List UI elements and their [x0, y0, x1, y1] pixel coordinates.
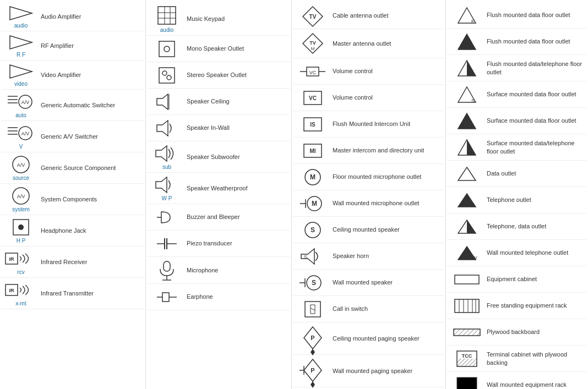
list-item: S Speaker horn: [293, 243, 444, 270]
list-item: S Surface mounted data floor outlet: [447, 81, 587, 108]
svg-text:S: S: [471, 124, 475, 130]
list-item: Wall mounted equipment rack: [447, 372, 587, 389]
svg-rect-126: [457, 377, 477, 390]
svg-text:S: S: [471, 98, 475, 103]
svg-point-32: [167, 75, 171, 80]
list-item: F Flush mounted data floor outlet: [447, 2, 587, 29]
svg-marker-107: [458, 194, 476, 207]
column-4: F Flush mounted data floor outlet F Flus…: [446, 0, 588, 389]
svg-point-31: [162, 71, 167, 75]
list-item: Call in switch: [293, 296, 444, 322]
svg-text:TV: TV: [309, 14, 317, 20]
list-item: M Floor mounted microphone outlet: [293, 164, 444, 190]
list-item: IS Flush Mounted Intercom Unit: [293, 111, 444, 138]
list-item: W P Speaker Weatherproof: [147, 173, 290, 204]
list-item: S Surface mounted data floor outlet: [447, 108, 587, 134]
list-item: audio Music Keypad: [147, 2, 290, 36]
column-3: TV Cable antenna outlet TV M Master ante…: [292, 0, 446, 389]
svg-text:S: S: [471, 151, 475, 156]
svg-text:F: F: [471, 72, 475, 77]
svg-rect-123: [457, 359, 477, 366]
svg-marker-36: [156, 146, 167, 161]
svg-rect-119: [454, 329, 480, 336]
list-item: S Ceiling mounted speaker: [293, 217, 444, 243]
svg-text:A/V: A/V: [21, 100, 30, 105]
svg-rect-30: [159, 68, 175, 83]
list-item: audio Audio Amplifier: [1, 2, 144, 31]
list-item: MI Master intercom and directory unit: [293, 138, 444, 164]
list-item: P Ceiling mounted paging speaker: [293, 322, 444, 355]
svg-marker-37: [156, 177, 167, 193]
list-item: VC Volume control: [293, 85, 444, 111]
list-item: Speaker In-Wall: [147, 115, 290, 141]
svg-rect-47: [162, 293, 169, 302]
svg-text:A/V: A/V: [17, 194, 25, 199]
list-item: Plywood backboard: [447, 319, 587, 346]
list-item: video Video Amplifier: [1, 61, 144, 90]
svg-text:S: S: [312, 279, 316, 287]
svg-marker-2: [10, 65, 32, 78]
list-item: Microphone: [147, 257, 290, 284]
svg-rect-23: [158, 7, 176, 24]
list-item: Piezo transducer: [147, 231, 290, 257]
svg-text:TV: TV: [309, 40, 316, 46]
list-item: S Surface mounted data/telephone floor o…: [447, 134, 587, 161]
list-item: sub Speaker Subwoofer: [147, 141, 290, 173]
column-1: audio Audio Amplifier R F RF Amplifier: [0, 0, 146, 389]
svg-rect-112: [455, 275, 479, 284]
list-item: IR x-mt Infrared Transmitter: [1, 278, 144, 309]
svg-text:VC: VC: [309, 70, 317, 75]
svg-text:S: S: [311, 226, 315, 234]
list-item: M Wall mounted microphone outlet: [293, 190, 444, 217]
svg-marker-0: [10, 7, 32, 20]
svg-text:M: M: [311, 46, 315, 51]
list-item: F Flush mounted data floor outlet: [447, 29, 587, 55]
list-item: TCC Terminal cabinet with plywood backin…: [447, 346, 587, 372]
list-item: W Wall mounted telephone outlet: [447, 240, 587, 266]
svg-marker-91: [311, 385, 315, 388]
list-item: S Wall mounted speaker: [293, 270, 444, 296]
list-item: A/V V Generic A/V Switcher: [1, 121, 144, 152]
svg-text:M: M: [310, 173, 315, 181]
list-item: F Flush mounted data/telephone floor out…: [447, 55, 587, 81]
list-item: R F RF Amplifier: [1, 31, 144, 61]
svg-marker-106: [458, 167, 476, 180]
list-item: Telephone outlet: [447, 187, 587, 213]
svg-text:VC: VC: [309, 95, 317, 101]
list-item: Equipment cabinet: [447, 266, 587, 293]
list-item: IR rcv Infrared Receiver: [1, 246, 144, 278]
svg-rect-113: [455, 299, 479, 313]
list-item: TV Cable antenna outlet: [293, 2, 444, 29]
svg-text:W: W: [472, 255, 477, 261]
svg-text:F: F: [471, 19, 475, 24]
column-2: audio Music Keypad Mono Speaker Outlet: [146, 0, 292, 389]
svg-line-79: [311, 308, 315, 310]
svg-marker-83: [311, 349, 315, 352]
list-item: TV M Master antenna outlet: [293, 29, 444, 58]
list-item: P Wall mounted paging speaker: [293, 355, 444, 387]
list-item: VC Volume control: [293, 58, 444, 85]
list-item: A/V system System Components: [1, 184, 144, 215]
list-item: Free standing equipment rack: [447, 293, 587, 319]
svg-text:MI: MI: [309, 148, 315, 154]
svg-rect-43: [164, 261, 170, 271]
list-item: Speaker Ceiling: [147, 89, 290, 115]
svg-text:M: M: [312, 200, 317, 207]
svg-text:P: P: [311, 367, 314, 374]
svg-text:IR: IR: [9, 256, 15, 262]
svg-text:IR: IR: [9, 288, 15, 293]
list-item: Buzzer and Bleeper: [147, 204, 290, 231]
list-item: Stereo Speaker Outlet: [147, 62, 290, 89]
svg-marker-33: [157, 94, 168, 109]
list-item: A/V source Generic Source Component: [1, 152, 144, 184]
list-item: Telephone, data outlet: [447, 213, 587, 240]
list-item: Mono Speaker Outlet: [147, 36, 290, 62]
svg-text:F: F: [471, 45, 475, 51]
svg-marker-35: [157, 120, 168, 136]
svg-text:P: P: [311, 335, 314, 341]
list-item: Earphone: [147, 284, 290, 310]
svg-text:A/V: A/V: [17, 162, 25, 168]
svg-point-18: [18, 224, 24, 230]
svg-rect-28: [159, 41, 175, 57]
list-item: H P Headphone Jack: [1, 215, 144, 246]
